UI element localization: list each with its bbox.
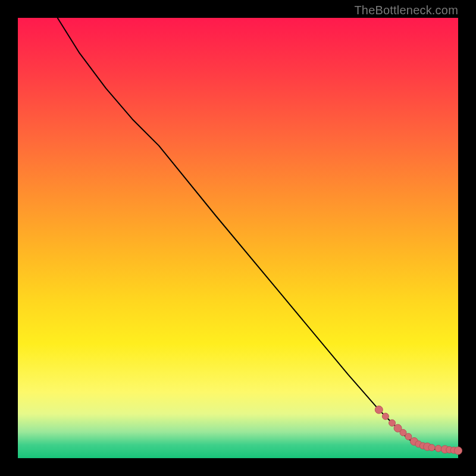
chart-marker bbox=[389, 419, 396, 426]
chart-marker bbox=[382, 413, 389, 419]
chart-marker bbox=[435, 445, 441, 452]
chart-marker bbox=[428, 444, 435, 451]
chart-marker bbox=[405, 433, 412, 440]
chart-marker bbox=[375, 406, 383, 414]
watermark-text: TheBottleneck.com bbox=[354, 4, 458, 17]
chart-overlay bbox=[18, 18, 458, 458]
chart-line bbox=[58, 18, 458, 451]
chart-marker bbox=[455, 447, 462, 455]
chart-frame: TheBottleneck.com bbox=[0, 0, 476, 476]
